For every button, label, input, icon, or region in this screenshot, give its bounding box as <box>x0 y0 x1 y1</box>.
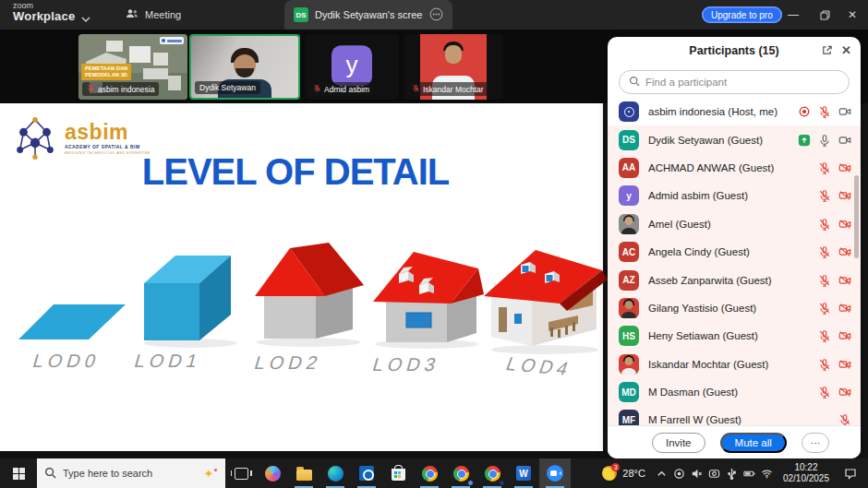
battery-icon[interactable] <box>741 458 758 488</box>
task-view-button[interactable] <box>225 458 257 488</box>
record-icon[interactable] <box>670 458 688 488</box>
camera-off-icon <box>838 329 851 342</box>
microsoft-store-button[interactable] <box>382 458 414 488</box>
chrome-icon <box>453 466 469 482</box>
chrome-icon <box>485 466 500 482</box>
logo-subtitle: ACADEMY OF SPATIAL & BIM <box>65 145 151 149</box>
lod2-model <box>247 237 368 350</box>
participant-row[interactable]: Iskandar Mochtar (Guest) <box>608 351 861 378</box>
chrome-icon <box>422 466 438 482</box>
mic-muted-icon <box>818 105 831 118</box>
participant-name: ACHMAD ANWAR (Guest) <box>648 162 818 173</box>
search-placeholder: Type here to search <box>63 468 193 479</box>
zoom-meeting-window: zoom Workplace Meeting DS Dydik Setyawan… <box>0 0 868 488</box>
edge-button[interactable] <box>319 458 351 488</box>
system-tray: 3 28°C 10 <box>595 458 868 488</box>
title-bar: zoom Workplace Meeting DS Dydik Setyawan… <box>0 0 868 30</box>
participant-name: M Dasman (Guest) <box>648 387 818 398</box>
logo-wordmark: asbim <box>65 122 151 143</box>
outlook-button[interactable] <box>351 458 382 488</box>
avatar <box>619 101 639 122</box>
mute-all-button[interactable]: Mute all <box>720 433 787 453</box>
close-panel-icon[interactable]: ✕ <box>841 43 851 57</box>
file-explorer-button[interactable] <box>288 458 319 488</box>
mic-on-icon <box>818 134 831 147</box>
participant-row[interactable]: MDM Dasman (Guest) <box>608 378 861 406</box>
participant-row[interactable]: MFM Farrell W (Guest) <box>608 406 861 425</box>
avatar <box>619 298 639 318</box>
usb-icon[interactable] <box>723 458 741 488</box>
edge-icon <box>328 466 344 482</box>
avatar: MF <box>619 410 639 425</box>
lod0-model <box>15 299 133 343</box>
pop-out-icon[interactable] <box>821 44 833 59</box>
minimize-button[interactable]: — <box>778 0 809 30</box>
copilot-button[interactable] <box>257 458 288 488</box>
video-tile-asbim-indonesia[interactable]: PEMETAAN DAN PEMODELAN 3D asbim indonesi… <box>78 34 187 100</box>
video-tile-admid-asbim[interactable]: y Admid asbim <box>305 34 399 100</box>
participant-name: M Farrell W (Guest) <box>648 414 838 425</box>
participant-search[interactable] <box>619 70 850 94</box>
profile-badge <box>467 480 474 486</box>
participant-name: asbim indonesia (Host, me) <box>648 106 798 117</box>
mic-muted-icon <box>818 329 831 342</box>
more-options-button[interactable]: ··· <box>802 433 829 453</box>
participant-row[interactable]: AZAsseb Zanparwita (Guest) <box>608 266 861 293</box>
invite-button[interactable]: Invite <box>652 433 705 453</box>
slide-banner-text: PEMETAAN DAN PEMODELAN 3D <box>81 64 131 80</box>
show-hidden-icons-button[interactable] <box>653 458 670 488</box>
participants-panel: Participants (15) ✕ asbim indonesia (Hos… <box>608 37 861 458</box>
taskbar-search[interactable]: Type here to search ✦ <box>37 458 225 488</box>
camera-off-icon <box>838 386 851 399</box>
tab-options-icon[interactable] <box>429 7 443 23</box>
upgrade-to-pro-button[interactable]: Upgrade to pro <box>702 6 782 23</box>
maximize-button[interactable] <box>809 0 840 30</box>
store-icon <box>392 469 405 481</box>
video-tile-dydik-setyawan[interactable]: Dydik Setyawan <box>189 34 300 100</box>
meeting-tab-label: Meeting <box>145 9 181 20</box>
chevron-down-icon[interactable] <box>81 10 90 27</box>
wifi-icon[interactable] <box>758 458 776 488</box>
participant-row[interactable]: HSHeny Setiawan (Guest) <box>608 322 861 350</box>
participant-row[interactable]: DSDydik Setyawan (Guest) <box>608 125 861 153</box>
video-tile-iskandar-mochtar[interactable]: Iskandar Mochtar <box>404 34 503 100</box>
participant-row[interactable]: Gilang Yastisio (Guest) <box>608 294 861 322</box>
participant-row[interactable]: yAdmid asbim (Guest) <box>608 182 861 209</box>
zoom-app-button[interactable] <box>539 458 571 488</box>
participant-row[interactable]: Amel (Guest) <box>608 210 861 238</box>
cast-icon[interactable] <box>705 458 723 488</box>
participant-name: Gilang Yastisio (Guest) <box>648 303 818 314</box>
meeting-icon <box>126 8 139 21</box>
mic-muted-icon <box>818 189 831 202</box>
participant-row[interactable]: AAACHMAD ANWAR (Guest) <box>608 154 861 182</box>
weather-widget[interactable]: 3 28°C <box>595 466 653 481</box>
tab-shared-screen[interactable]: DS Dydik Setyawan's screen <box>284 0 452 30</box>
action-center-button[interactable] <box>837 458 864 488</box>
avatar: MD <box>619 382 639 402</box>
file-explorer-icon <box>296 470 312 481</box>
mic-muted-icon <box>818 358 831 371</box>
participant-row[interactable]: asbim indonesia (Host, me) <box>608 98 861 125</box>
panel-scrollbar[interactable] <box>854 175 859 258</box>
participant-row[interactable]: ACAngela Cindy (Guest) <box>608 238 861 266</box>
slide-title: LEVEL OF DETAIL <box>0 151 591 193</box>
chrome-profile2-button[interactable] <box>445 458 476 488</box>
lod1-model <box>135 246 241 350</box>
participant-name: Iskandar Mochtar (Guest) <box>648 359 818 370</box>
chrome-button[interactable] <box>414 458 445 488</box>
time: 10:22 <box>783 462 829 473</box>
camera-on-icon <box>838 105 851 118</box>
tab-meeting[interactable]: Meeting <box>118 0 188 30</box>
search-input[interactable] <box>645 77 839 88</box>
close-button[interactable]: ✕ <box>837 0 868 30</box>
start-button[interactable] <box>0 458 37 488</box>
word-button[interactable]: W <box>508 458 539 488</box>
background-seam <box>0 451 608 458</box>
clock[interactable]: 10:22 02/10/2025 <box>776 462 837 484</box>
participant-name: Heny Setiawan (Guest) <box>648 330 818 341</box>
mic-muted-icon <box>818 386 831 399</box>
participant-name: Amel (Guest) <box>648 219 818 230</box>
volume-muted-icon[interactable] <box>688 458 705 488</box>
avatar: HS <box>619 326 639 346</box>
chrome-profile3-button[interactable] <box>476 458 508 488</box>
